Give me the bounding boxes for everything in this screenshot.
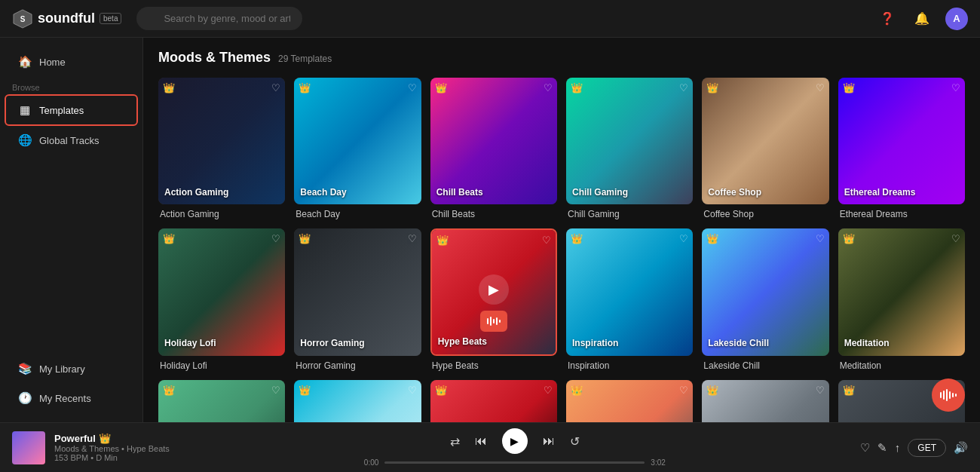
card-thumbnail: 👑 ♡ Horror Gaming [294,228,421,355]
heart-icon[interactable]: ♡ [271,233,280,244]
recents-icon: 🕐 [18,391,32,405]
crown-icon: 👑 [706,233,718,244]
card-thumbnail: 👑 ♡ Real Estate [566,380,693,422]
floating-waveform-button[interactable] [932,379,965,412]
heart-icon[interactable]: ♡ [542,234,551,246]
waveform-active-icon[interactable] [480,311,507,332]
svg-rect-3 [490,317,492,326]
crown-icon: 👑 [843,82,855,93]
favorite-button[interactable]: ♡ [860,441,870,455]
player-crown-icon: 👑 [99,433,111,444]
heart-icon[interactable]: ♡ [816,385,825,396]
shuffle-button[interactable]: ⇄ [450,434,460,449]
share-button[interactable]: ↑ [895,441,901,454]
card-chill-beats[interactable]: 👑 ♡ Chill Beats Chill Beats [430,78,557,219]
heart-icon[interactable]: ♡ [816,233,825,244]
card-hype-beats[interactable]: 👑 ♡ Hype Beats ▶ Hype Beats [430,228,557,370]
heart-icon[interactable]: ♡ [679,233,688,244]
help-button[interactable]: ❓ [876,8,899,30]
player-thumbnail [12,431,45,464]
card-label: Hype Beats [438,336,550,348]
next-button[interactable]: ⏭ [543,434,555,448]
heart-icon[interactable]: ♡ [408,385,417,396]
card-thumbnail: 👑 ♡ Coffee Shop [702,78,828,204]
svg-rect-8 [943,391,945,400]
sidebar-item-my-recents[interactable]: 🕐 My Recents [6,384,136,412]
svg-rect-9 [946,389,948,401]
avatar[interactable]: A [945,8,968,30]
crown-icon: 👑 [706,82,718,93]
card-coffee-shop[interactable]: 👑 ♡ Coffee Shop Coffee Shop [702,78,828,219]
heart-icon[interactable]: ♡ [544,385,553,396]
heart-icon[interactable]: ♡ [271,82,280,93]
card-title: Horror Gaming [294,360,421,371]
notifications-button[interactable]: 🔔 [911,8,933,30]
sidebar-item-my-library[interactable]: 📚 My Library [6,354,136,383]
search-input[interactable] [136,7,302,30]
card-horror-gaming[interactable]: 👑 ♡ Horror Gaming Horror Gaming [294,228,421,370]
sidebar-library-label: My Library [39,363,85,375]
svg-rect-12 [955,394,957,397]
play-overlay-icon: ▶ [479,274,509,305]
card-title: Inspiration [566,360,693,371]
repeat-button[interactable]: ↺ [570,434,580,449]
beta-badge: beta [100,13,121,24]
card-holiday-lofi[interactable]: 👑 ♡ Holiday Lofi Holiday Lofi [158,228,285,370]
card-thumbnail: 👑 ♡ Hype Beats ▶ [430,228,557,355]
heart-icon[interactable]: ♡ [408,82,417,93]
heart-icon[interactable]: ♡ [679,385,688,396]
card-label: Beach Day [300,187,415,199]
card-ethereal-dreams[interactable]: 👑 ♡ Ethereal Dreams Ethereal Dreams [838,78,965,219]
heart-icon[interactable]: ♡ [816,82,825,93]
card-beach-day[interactable]: 👑 ♡ Beach Day Beach Day [294,78,421,219]
card-action-gaming[interactable]: 👑 ♡ Action Gaming Action Gaming [158,78,285,219]
card-label: Chill Gaming [572,187,687,199]
card-meditation[interactable]: 👑 ♡ Meditation Meditation [838,228,965,370]
player-controls: ⇄ ⏮ ▶ ⏭ ↺ [450,428,580,454]
card-real-estate[interactable]: 👑 ♡ Real Estate Real Estate [566,380,693,422]
heart-icon[interactable]: ♡ [544,82,553,93]
crown-icon: 👑 [435,82,447,93]
card-picnic-park[interactable]: 👑 ♡ Picnic in the Park Picnic in the Par… [158,380,285,422]
heart-icon[interactable]: ♡ [951,233,960,244]
player-meta: 153 BPM • D Min [54,453,170,462]
previous-button[interactable]: ⏮ [475,434,487,448]
crown-icon: 👑 [299,82,311,93]
player-center: ⇄ ⏮ ▶ ⏭ ↺ 0:00 3:02 [179,428,851,467]
progress-bar[interactable] [384,461,645,464]
edit-button[interactable]: ✎ [877,441,887,455]
top-nav: S soundful beta 🔍 ❓ 🔔 A [0,0,980,38]
card-chill-gaming[interactable]: 👑 ♡ Chill Gaming Chill Gaming [566,78,693,219]
card-background: 👑 ♡ Inspiration [566,228,693,355]
play-pause-button[interactable]: ▶ [502,428,528,454]
card-lakeside-chill[interactable]: 👑 ♡ Lakeside Chill Lakeside Chill [702,228,828,370]
heart-icon[interactable]: ♡ [951,82,960,93]
get-button[interactable]: GET [908,439,946,457]
card-inspiration[interactable]: 👑 ♡ Inspiration Inspiration [566,228,693,370]
card-background: 👑 ♡ Pool Party [294,380,421,422]
crown-icon: 👑 [163,233,175,244]
card-racing-gaming[interactable]: 👑 ♡ Racing Gaming Racing Gaming [430,380,557,422]
heart-icon[interactable]: ♡ [408,233,417,244]
heart-icon[interactable]: ♡ [679,82,688,93]
sidebar-item-templates[interactable]: ▦ Templates [6,96,136,124]
crown-icon: 👑 [163,82,175,93]
sidebar-item-global-tracks[interactable]: 🌐 Global Tracks [6,126,136,155]
card-title: Lakeside Chill [702,360,828,371]
heart-icon[interactable]: ♡ [271,385,280,396]
sidebar-recents-label: My Recents [39,393,91,404]
card-relaxation[interactable]: 👑 ♡ Relaxation Relaxation [702,380,828,422]
sidebar-item-home[interactable]: 🏠 Home [6,48,136,76]
card-background: 👑 ♡ Horror Gaming [294,228,421,355]
card-thumbnail: 👑 ♡ Action Gaming [158,78,285,204]
volume-button[interactable]: 🔊 [954,441,968,455]
card-thumbnail: 👑 ♡ Lakeside Chill [702,228,828,355]
card-background: 👑 ♡ Racing Gaming [430,380,557,422]
sidebar-global-tracks-label: Global Tracks [39,135,99,146]
time-total: 3:02 [651,458,665,467]
player-subtitle: Moods & Themes • Hype Beats [54,444,170,453]
svg-rect-5 [496,317,498,325]
card-thumbnail: 👑 ♡ Meditation [838,228,965,355]
card-thumbnail: 👑 ♡ Beach Day [294,78,421,204]
card-pool-party[interactable]: 👑 ♡ Pool Party Pool Party [294,380,421,422]
